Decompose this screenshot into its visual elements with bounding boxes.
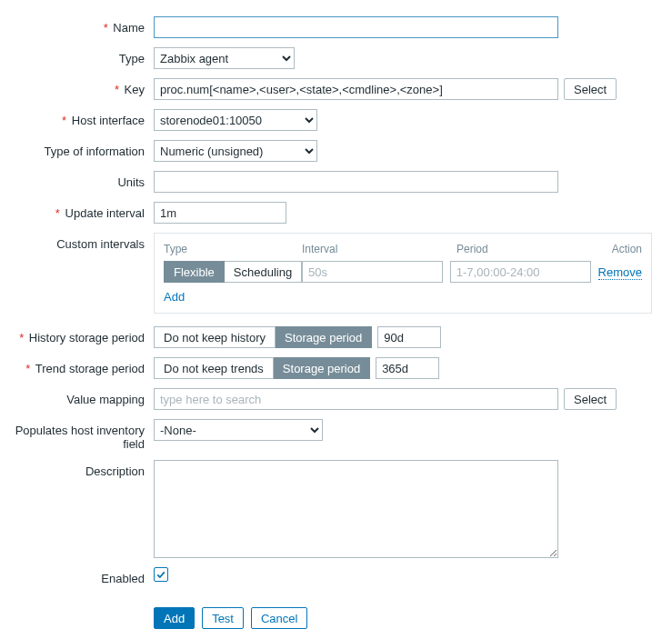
trend-seg-period[interactable]: Storage period — [274, 357, 370, 379]
history-period-input[interactable] — [377, 326, 441, 348]
ci-seg-scheduling[interactable]: Scheduling — [225, 261, 302, 283]
ci-head-action: Action — [611, 243, 642, 255]
ci-add-link[interactable]: Add — [164, 290, 185, 304]
custom-intervals-box: Type Interval Period Action Flexible Sch… — [154, 233, 652, 314]
label-description: Description — [4, 460, 154, 478]
update-interval-input[interactable] — [154, 202, 286, 224]
ci-type-segment: Flexible Scheduling — [164, 261, 302, 283]
value-mapping-select-button[interactable]: Select — [564, 388, 617, 410]
label-name: * Name — [4, 16, 154, 35]
enabled-checkbox[interactable] — [154, 567, 168, 582]
type-select[interactable]: Zabbix agent — [154, 47, 295, 69]
label-update-interval: * Update interval — [4, 202, 154, 220]
key-select-button[interactable]: Select — [564, 78, 617, 100]
ci-seg-flexible[interactable]: Flexible — [164, 261, 225, 283]
label-host-interface: * Host interface — [4, 109, 154, 127]
label-trend-storage: * Trend storage period — [4, 357, 154, 375]
label-custom-intervals: Custom intervals — [4, 233, 154, 251]
type-of-information-select[interactable]: Numeric (unsigned) — [154, 140, 317, 162]
host-interface-select[interactable]: storenode01:10050 — [154, 109, 317, 131]
ci-remove-link[interactable]: Remove — [598, 265, 642, 280]
test-button[interactable]: Test — [202, 607, 244, 629]
ci-period-input[interactable] — [450, 261, 591, 283]
ci-head-type: Type — [164, 243, 302, 255]
history-seg-period[interactable]: Storage period — [276, 326, 372, 348]
trend-period-input[interactable] — [376, 357, 439, 379]
ci-interval-input[interactable] — [302, 261, 443, 283]
value-mapping-input[interactable] — [154, 388, 558, 410]
units-input[interactable] — [154, 171, 558, 193]
label-key: * Key — [4, 78, 154, 96]
history-seg-no[interactable]: Do not keep history — [154, 326, 276, 348]
description-textarea[interactable] — [154, 460, 558, 558]
history-segment: Do not keep history Storage period — [154, 326, 372, 348]
label-type: Type — [4, 47, 154, 65]
ci-head-period: Period — [456, 243, 611, 255]
cancel-button[interactable]: Cancel — [251, 607, 307, 629]
inventory-select[interactable]: -None- — [154, 419, 323, 441]
name-input[interactable] — [154, 16, 558, 38]
label-populates-inventory: Populates host inventory field — [4, 419, 154, 451]
label-type-of-info: Type of information — [4, 140, 154, 158]
check-icon — [155, 569, 166, 580]
key-input[interactable] — [154, 78, 558, 100]
trend-seg-no[interactable]: Do not keep trends — [154, 357, 274, 379]
trend-segment: Do not keep trends Storage period — [154, 357, 370, 379]
label-units: Units — [4, 171, 154, 189]
label-value-mapping: Value mapping — [4, 388, 154, 406]
ci-head-interval: Interval — [302, 243, 456, 255]
add-button[interactable]: Add — [154, 607, 195, 629]
label-enabled: Enabled — [4, 567, 154, 585]
label-history-storage: * History storage period — [4, 326, 154, 344]
